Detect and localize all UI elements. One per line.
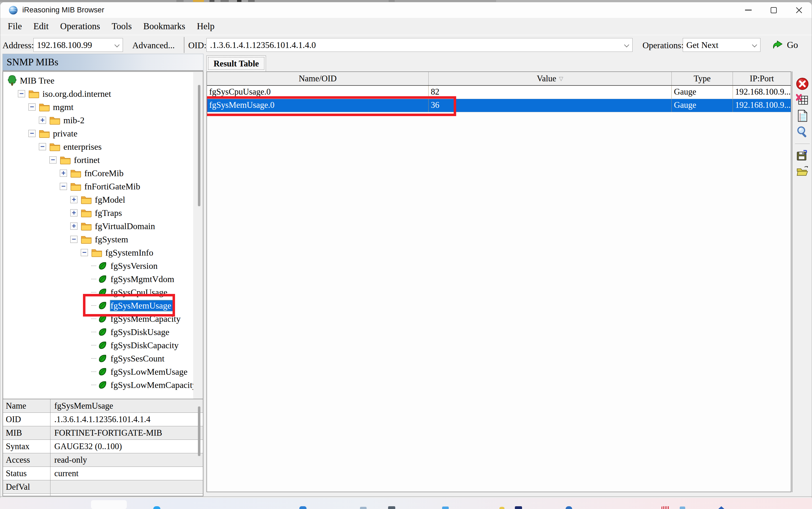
tree-connector [91, 358, 96, 359]
tree-connector [91, 385, 96, 385]
tree-item[interactable]: − fgSystemInfo [4, 246, 193, 259]
tree-item[interactable]: fgSysSesCount [4, 352, 193, 365]
tree-item[interactable]: + fgModel [4, 193, 193, 206]
tree-item[interactable]: − enterprises [4, 140, 193, 153]
properties-vscrollbar[interactable] [198, 406, 200, 456]
tree-expander[interactable]: + [70, 196, 77, 203]
tree-item[interactable]: + fgVirtualDomain [4, 219, 193, 233]
tree-vscrollbar[interactable] [198, 85, 200, 206]
tree-item[interactable]: fgSysLowMemCapacity [4, 378, 193, 392]
taskbar-icon[interactable] [442, 507, 449, 509]
column-header-type[interactable]: Type [672, 72, 733, 85]
property-label: Name [3, 399, 50, 412]
taskbar-icon[interactable] [566, 506, 572, 509]
tree-item[interactable]: − fnFortiGateMib [4, 180, 193, 193]
taskbar-icon[interactable] [299, 506, 307, 509]
tree-item[interactable]: fgSysVersion [4, 259, 193, 272]
tree-item[interactable]: − iso.org.dod.internet [4, 87, 193, 100]
tree-expander[interactable]: + [70, 223, 77, 230]
menu-item-operations[interactable]: Operations [54, 21, 106, 31]
tab-result-table[interactable]: Result Table [206, 56, 266, 71]
go-button[interactable]: Go [772, 38, 798, 52]
open-folder-icon[interactable] [796, 165, 809, 177]
advanced-button[interactable]: Advanced... [132, 40, 175, 50]
tree-item[interactable]: + fnCoreMib [4, 167, 193, 180]
taskbar-icon[interactable] [499, 507, 504, 509]
tree-item[interactable]: fgSysMemCapacity [4, 312, 193, 326]
tree-expander[interactable]: + [70, 209, 77, 216]
tree-item[interactable]: + fgTraps [4, 206, 193, 219]
menu-item-help[interactable]: Help [191, 21, 220, 31]
tree-item[interactable]: − fortinet [4, 153, 193, 167]
tree-item[interactable]: − mgmt [4, 100, 193, 113]
property-row: Syntax GAUGE32 (0..100) [3, 440, 203, 453]
folder-icon [39, 129, 50, 138]
address-toolbar: Address: 192.168.100.99 Advanced... OID:… [0, 35, 812, 54]
taskbar-icon[interactable] [680, 507, 685, 509]
tree-item[interactable]: MIB Tree [4, 74, 193, 87]
tree-item-selected[interactable]: fgSysMemUsage [4, 299, 193, 312]
property-row: OID .1.3.6.1.4.1.12356.101.4.1.4 [3, 413, 203, 426]
taskbar-search-fragment[interactable] [91, 500, 127, 509]
menu-item-tools[interactable]: Tools [106, 21, 138, 31]
address-value: 192.168.100.99 [37, 40, 92, 50]
menu-item-file[interactable]: File [2, 21, 28, 31]
column-header-value[interactable]: Value▽ [429, 72, 672, 85]
tree-expander[interactable]: − [28, 130, 36, 137]
stop-icon[interactable] [796, 77, 809, 90]
tree-expander[interactable]: − [60, 183, 67, 190]
property-label: OID [3, 413, 50, 426]
tree-expander[interactable]: − [70, 236, 77, 243]
tree-item[interactable]: + mib-2 [4, 113, 193, 127]
chevron-down-icon[interactable] [752, 42, 757, 47]
property-value: current [50, 467, 203, 480]
tree-item[interactable]: − fgSystem [4, 233, 193, 246]
folder-icon [49, 142, 60, 151]
taskbar-icon[interactable] [153, 506, 161, 509]
tree-expander[interactable]: − [49, 156, 57, 164]
maximize-icon [771, 7, 777, 13]
oid-combobox[interactable]: .1.3.6.1.4.1.12356.101.4.1.4.0 [206, 38, 633, 52]
tree-item[interactable]: fgSysDiskUsage [4, 326, 193, 339]
taskbar-icon[interactable] [360, 507, 366, 509]
save-icon[interactable] [796, 148, 809, 161]
leaf-icon [98, 314, 107, 324]
tree-item[interactable]: fgSysDiskCapacity [4, 339, 193, 352]
tree-expander[interactable]: + [39, 116, 46, 124]
properties-rows: Name fgSysMemUsage OID .1.3.6.1.4.1.1235… [3, 399, 203, 496]
tree-expander[interactable]: − [18, 90, 25, 97]
folder-icon [91, 248, 102, 257]
chevron-down-icon[interactable] [624, 42, 629, 47]
oid-label: OID: [188, 40, 206, 50]
column-header-ip-port[interactable]: IP:Port [733, 72, 791, 85]
taskbar-icon[interactable] [718, 506, 725, 509]
column-header-name-oid[interactable]: Name/OID [207, 72, 429, 85]
find-icon[interactable] [796, 126, 809, 138]
tree-expander[interactable]: − [28, 103, 36, 110]
menu-item-edit[interactable]: Edit [28, 21, 54, 31]
leaf-icon [98, 327, 107, 337]
tree-item[interactable]: fgSysLowMemUsage [4, 365, 193, 378]
tree-item[interactable]: fgSysCpuUsage [4, 286, 193, 299]
menu-item-bookmarks[interactable]: Bookmarks [138, 21, 191, 31]
tree-expander[interactable]: − [81, 249, 88, 256]
mib-tree-panel: MIB Tree − iso.org.dod.internet − mgmt +… [2, 71, 203, 447]
tree-expander[interactable]: + [60, 170, 67, 177]
taskbar-icon[interactable] [515, 506, 522, 509]
tree-item[interactable]: − private [4, 127, 193, 140]
taskbar-icon[interactable] [388, 506, 395, 509]
maximize-button[interactable] [761, 2, 786, 18]
close-button[interactable] [786, 2, 812, 18]
operations-combobox[interactable]: Get Next [683, 38, 761, 52]
tree-item[interactable]: fgSysMgmtVdom [4, 272, 193, 286]
chevron-down-icon[interactable] [114, 42, 119, 47]
result-table-row-selected[interactable]: fgSysMemUsage.0 36 Gauge 192.168.100.9..… [207, 99, 791, 112]
tree-expander[interactable]: − [39, 143, 46, 150]
address-combobox[interactable]: 192.168.100.99 [33, 38, 123, 52]
minimize-button[interactable] [736, 2, 761, 18]
clear-table-icon[interactable] [796, 94, 809, 106]
taskbar-icon[interactable] [662, 506, 670, 509]
log-page-icon[interactable] [796, 109, 809, 122]
result-table-row[interactable]: fgSysCpuUsage.0 82 Gauge 192.168.100.9..… [207, 86, 791, 99]
tree-connector [91, 305, 96, 306]
